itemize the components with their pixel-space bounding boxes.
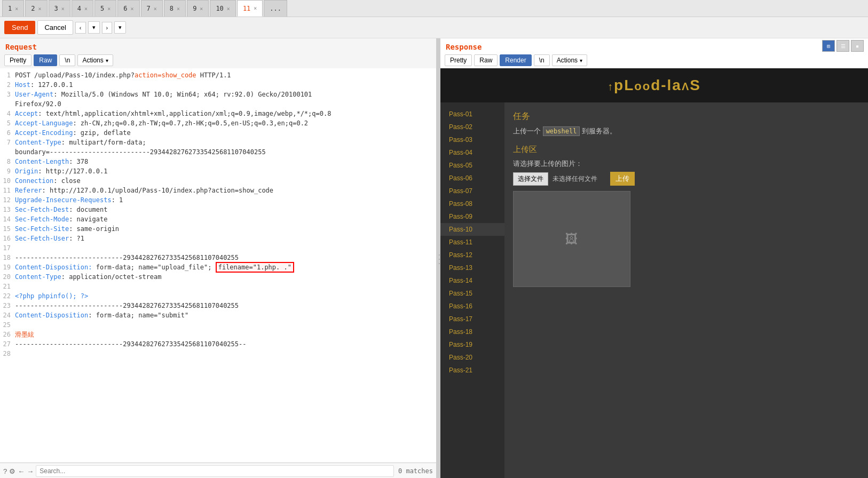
nav-item-pass-04[interactable]: Pass-04 xyxy=(440,146,504,159)
tab-9-close[interactable]: × xyxy=(200,6,203,12)
response-raw-button[interactable]: Raw xyxy=(474,54,498,66)
nav-item-pass-18[interactable]: Pass-18 xyxy=(440,325,504,338)
line-content: POST /upload/Pass-10/index.php?action=sh… xyxy=(15,70,231,80)
response-render-button[interactable]: Render xyxy=(500,54,531,66)
code-line: 21 xyxy=(0,282,436,291)
layout-top-icon[interactable]: ☰ xyxy=(837,40,849,52)
line-content: Connection: close xyxy=(15,176,81,186)
nav-forward-dropdown[interactable]: ▾ xyxy=(114,21,126,34)
tab-11[interactable]: 11 × xyxy=(237,0,263,17)
nav-item-pass-19[interactable]: Pass-19 xyxy=(440,338,504,351)
tab-4-close[interactable]: × xyxy=(84,6,88,12)
code-line: 15Sec-Fetch-Site: same-origin xyxy=(0,224,436,234)
tabs-bar: 1 × 2 × 3 × 4 × 5 × 6 × 7 × 8 × 9 × 10 ×… xyxy=(0,0,868,17)
tab-3[interactable]: 3 × xyxy=(49,0,70,17)
tab-8[interactable]: 8 × xyxy=(164,0,186,17)
tab-3-close[interactable]: × xyxy=(61,6,65,12)
line-number: 1 xyxy=(2,70,15,80)
nav-item-pass-13[interactable]: Pass-13 xyxy=(440,261,504,274)
line-number: 4 xyxy=(2,109,15,118)
nav-item-pass-07[interactable]: Pass-07 xyxy=(440,185,504,197)
response-actions-button[interactable]: Actions ▾ xyxy=(552,54,587,66)
nav-item-pass-09[interactable]: Pass-09 xyxy=(440,210,504,223)
tab-2-close[interactable]: × xyxy=(38,6,42,12)
nav-item-pass-20[interactable]: Pass-20 xyxy=(440,351,504,364)
tab-5-close[interactable]: × xyxy=(107,6,111,12)
search-back-button[interactable]: ← xyxy=(18,467,25,475)
line-number: 15 xyxy=(2,224,15,234)
request-actions-button[interactable]: Actions ▾ xyxy=(77,54,113,66)
code-line: 10Connection: close xyxy=(0,176,436,186)
tab-10[interactable]: 10 × xyxy=(210,0,235,17)
line-number: 24 xyxy=(2,310,15,320)
nav-item-pass-03[interactable]: Pass-03 xyxy=(440,133,504,146)
nav-item-pass-08[interactable]: Pass-08 xyxy=(440,197,504,210)
layout-split-icon[interactable]: ⊞ xyxy=(822,40,835,52)
nav-item-pass-16[interactable]: Pass-16 xyxy=(440,300,504,313)
tab-10-close[interactable]: × xyxy=(227,6,230,12)
request-pretty-button[interactable]: Pretty xyxy=(4,54,31,66)
nav-back-button[interactable]: ‹ xyxy=(75,22,86,34)
layout-right-icon[interactable]: ▪ xyxy=(851,40,864,52)
tab-4[interactable]: 4 × xyxy=(72,0,93,17)
settings-icon[interactable]: ⚙ xyxy=(9,467,15,475)
nav-item-pass-11[interactable]: Pass-11 xyxy=(440,236,504,249)
code-line: Firefox/92.0 xyxy=(0,99,436,109)
request-backslash-button[interactable]: \n xyxy=(59,54,75,66)
tab-more[interactable]: ... xyxy=(264,0,287,17)
code-line: 27----------------------------2934428276… xyxy=(0,339,436,349)
match-count: 0 matches xyxy=(398,467,433,475)
nav-back-dropdown[interactable]: ▾ xyxy=(88,21,100,34)
search-input[interactable] xyxy=(36,465,394,477)
tab-2[interactable]: 2 × xyxy=(25,0,47,17)
tab-11-close[interactable]: × xyxy=(254,5,257,11)
tab-9[interactable]: 9 × xyxy=(187,0,209,17)
nav-item-pass-14[interactable]: Pass-14 xyxy=(440,274,504,287)
tab-7-close[interactable]: × xyxy=(154,6,157,12)
response-backslash-button[interactable]: \n xyxy=(534,54,550,66)
nav-item-pass-12[interactable]: Pass-12 xyxy=(440,249,504,261)
nav-forward-button[interactable]: › xyxy=(102,22,113,34)
line-number: 11 xyxy=(2,186,15,195)
nav-item-pass-17[interactable]: Pass-17 xyxy=(440,313,504,325)
code-line: 11Referer: http://127.0.0.1/upload/Pass-… xyxy=(0,186,436,195)
nav-item-pass-21[interactable]: Pass-21 xyxy=(440,364,504,377)
line-number: 20 xyxy=(2,272,15,282)
nav-item-pass-15[interactable]: Pass-15 xyxy=(440,287,504,300)
line-content: Sec-Fetch-Dest: document xyxy=(15,205,107,214)
nav-item-pass-01[interactable]: Pass-01 xyxy=(440,108,504,121)
nav-item-pass-06[interactable]: Pass-06 xyxy=(440,172,504,185)
response-pretty-button[interactable]: Pretty xyxy=(445,54,472,66)
search-forward-button[interactable]: → xyxy=(27,467,34,475)
tab-5[interactable]: 5 × xyxy=(94,0,116,17)
nav-item-pass-05[interactable]: Pass-05 xyxy=(440,159,504,172)
file-choose-button[interactable]: 选择文件 xyxy=(513,172,548,186)
code-line: 16Sec-Fetch-User: ?1 xyxy=(0,234,436,243)
tab-6-close[interactable]: × xyxy=(131,6,134,12)
nav-item-pass-10[interactable]: Pass-10 xyxy=(440,223,504,236)
code-line: 2Host: 127.0.0.1 xyxy=(0,80,436,90)
nav-item-pass-02[interactable]: Pass-02 xyxy=(440,121,504,133)
request-raw-button[interactable]: Raw xyxy=(34,54,57,66)
cancel-button[interactable]: Cancel xyxy=(37,20,73,35)
request-code-area[interactable]: 1POST /upload/Pass-10/index.php?action=s… xyxy=(0,68,436,463)
tab-1[interactable]: 1 × xyxy=(2,0,24,17)
search-bar: ? ⚙ ← → 0 matches xyxy=(0,463,436,478)
tab-8-close[interactable]: × xyxy=(177,6,180,12)
line-number: 12 xyxy=(2,195,15,205)
line-number: 19 xyxy=(2,262,15,272)
line-number: 21 xyxy=(2,282,15,291)
main-area: Request Pretty Raw \n Actions ▾ 1POST /u… xyxy=(0,38,868,478)
response-actions-dropdown-arrow: ▾ xyxy=(580,58,582,63)
help-icon[interactable]: ? xyxy=(3,467,7,475)
line-number xyxy=(2,99,15,109)
line-content: Content-Length: 378 xyxy=(15,157,88,166)
line-content: Sec-Fetch-Site: same-origin xyxy=(15,224,119,234)
upload-submit-button[interactable]: 上传 xyxy=(610,172,635,186)
tab-7[interactable]: 7 × xyxy=(141,0,163,17)
send-button[interactable]: Send xyxy=(4,21,35,34)
line-number: 7 xyxy=(2,138,15,147)
tab-1-close[interactable]: × xyxy=(15,6,18,12)
tab-6[interactable]: 6 × xyxy=(117,0,139,17)
code-line: 7Content-Type: multipart/form-data; xyxy=(0,138,436,147)
